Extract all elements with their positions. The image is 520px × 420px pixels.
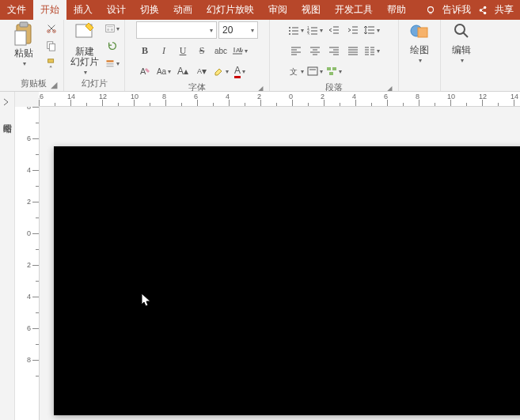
svg-point-22 bbox=[289, 27, 290, 28]
horizontal-ruler[interactable]: 1614121086420246810121416 bbox=[39, 92, 520, 107]
numbering-button[interactable]: 123▾ bbox=[306, 21, 324, 39]
chevron-down-icon: ▾ bbox=[419, 57, 422, 64]
svg-rect-19 bbox=[107, 66, 114, 67]
svg-point-24 bbox=[289, 33, 290, 35]
group-paragraph: ▾ 123▾ ▾ ▾ 文▾ ▾ ▾ 段落◢ bbox=[270, 20, 399, 91]
align-right-button[interactable] bbox=[325, 42, 343, 59]
drawing-button[interactable]: 绘图 ▾ bbox=[404, 21, 435, 64]
change-case-button[interactable]: Aa▾ bbox=[155, 62, 173, 80]
tab-design[interactable]: 设计 bbox=[100, 0, 133, 20]
drawing-label: 绘图 bbox=[410, 45, 429, 55]
share-icon[interactable] bbox=[477, 5, 488, 16]
dialog-launcher-icon[interactable]: ◢ bbox=[255, 84, 264, 92]
smartart-button[interactable]: ▾ bbox=[325, 62, 343, 80]
underline-button[interactable]: U bbox=[174, 42, 192, 59]
tab-transitions[interactable]: 切换 bbox=[133, 0, 166, 20]
chevron-down-icon: ▾ bbox=[23, 60, 26, 67]
tab-review[interactable]: 审阅 bbox=[261, 0, 294, 20]
layout-button[interactable]: ▾ bbox=[105, 21, 120, 36]
svg-rect-16 bbox=[111, 28, 113, 31]
ribbon: 粘贴 ▾ 剪贴板◢ 新建 幻灯片 ▾ ▾ ▾ 幻灯片 bbox=[0, 20, 520, 92]
shadow-button[interactable]: abc bbox=[212, 42, 230, 59]
svg-rect-34 bbox=[418, 28, 427, 37]
dialog-launcher-icon[interactable]: ◢ bbox=[384, 84, 393, 92]
svg-rect-6 bbox=[15, 31, 26, 45]
chevron-down-icon: ▾ bbox=[461, 57, 464, 64]
align-left-button[interactable] bbox=[287, 42, 305, 59]
svg-text:文: 文 bbox=[290, 67, 298, 76]
font-name-select[interactable]: ▾ bbox=[136, 21, 217, 39]
dialog-launcher-icon[interactable]: ◢ bbox=[49, 80, 59, 89]
slides-title: 幻灯片 bbox=[82, 78, 108, 89]
copy-button[interactable] bbox=[44, 39, 59, 53]
bold-button[interactable]: B bbox=[136, 42, 154, 59]
group-slides: 新建 幻灯片 ▾ ▾ ▾ 幻灯片 bbox=[64, 20, 125, 91]
svg-rect-29 bbox=[308, 67, 317, 75]
align-center-button[interactable] bbox=[306, 42, 324, 59]
editing-button[interactable]: 编辑 ▾ bbox=[446, 21, 477, 64]
new-slide-label: 新建 幻灯片 bbox=[70, 47, 99, 67]
font-color-button[interactable]: A▾ bbox=[231, 62, 249, 80]
columns-button[interactable]: ▾ bbox=[363, 42, 381, 59]
font-shrink-button[interactable]: A▾ bbox=[193, 62, 211, 80]
svg-point-23 bbox=[289, 30, 290, 32]
paragraph-title: 段落 bbox=[325, 81, 343, 92]
tell-me[interactable]: 告诉我 bbox=[442, 3, 471, 17]
clear-format-button[interactable]: A bbox=[136, 62, 154, 80]
svg-rect-18 bbox=[107, 63, 114, 65]
svg-rect-11 bbox=[48, 59, 54, 62]
chevron-down-icon: ▾ bbox=[84, 69, 87, 76]
align-text-button[interactable]: ▾ bbox=[306, 62, 324, 80]
line-spacing-button[interactable]: ▾ bbox=[363, 21, 381, 39]
svg-text:3: 3 bbox=[307, 32, 309, 35]
tab-home[interactable]: 开始 bbox=[33, 0, 66, 20]
editing-label: 编辑 bbox=[452, 45, 471, 55]
svg-rect-14 bbox=[107, 26, 113, 28]
svg-rect-30 bbox=[327, 67, 331, 70]
stage: 1614121086420246810121416 864202468 bbox=[15, 92, 520, 420]
text-direction-button[interactable]: 文▾ bbox=[287, 62, 305, 80]
tab-insert[interactable]: 插入 bbox=[66, 0, 100, 20]
group-clipboard: 粘贴 ▾ 剪贴板◢ bbox=[3, 20, 64, 91]
font-size-select[interactable]: 20▾ bbox=[218, 21, 258, 39]
expand-thumbnails-button[interactable] bbox=[3, 98, 11, 106]
cut-button[interactable] bbox=[44, 21, 59, 36]
lightbulb-icon[interactable] bbox=[425, 5, 436, 16]
tab-animations[interactable]: 动画 bbox=[166, 0, 199, 20]
italic-button[interactable]: I bbox=[155, 42, 173, 59]
svg-rect-10 bbox=[49, 44, 55, 51]
share-button[interactable]: 共享 bbox=[495, 3, 514, 17]
tab-slideshow[interactable]: 幻灯片放映 bbox=[199, 0, 261, 20]
bullets-button[interactable]: ▾ bbox=[287, 21, 305, 39]
tab-developer[interactable]: 开发工具 bbox=[328, 0, 380, 20]
tab-file[interactable]: 文件 bbox=[0, 0, 33, 20]
char-spacing-button[interactable]: AV▾ bbox=[231, 42, 249, 59]
justify-button[interactable] bbox=[344, 42, 362, 59]
group-font: ▾ 20▾ B I U S abc AV▾ A Aa▾ A▴ A▾ ▾ A▾ 字… bbox=[125, 20, 270, 91]
svg-point-0 bbox=[428, 6, 434, 12]
paste-button[interactable]: 粘贴 ▾ bbox=[8, 21, 40, 67]
slide[interactable] bbox=[54, 146, 520, 415]
reset-button[interactable] bbox=[105, 39, 120, 53]
section-button[interactable]: ▾ bbox=[105, 56, 120, 70]
new-slide-button[interactable]: 新建 幻灯片 ▾ bbox=[69, 21, 101, 76]
format-painter-button[interactable] bbox=[44, 56, 59, 70]
indent-dec-button[interactable] bbox=[325, 21, 343, 39]
highlight-button[interactable]: ▾ bbox=[212, 62, 230, 80]
group-editing: 编辑 ▾ bbox=[441, 20, 482, 91]
thumbnail-panel: 缩略图 bbox=[0, 92, 15, 420]
svg-rect-5 bbox=[20, 22, 28, 27]
svg-rect-31 bbox=[332, 67, 336, 70]
font-title: 字体 bbox=[188, 81, 206, 92]
indent-inc-button[interactable] bbox=[344, 21, 362, 39]
svg-text:A: A bbox=[140, 66, 146, 76]
clipboard-title: 剪贴板 bbox=[21, 78, 47, 89]
tab-view[interactable]: 视图 bbox=[294, 0, 328, 20]
tab-bar: 文件 开始 插入 设计 切换 动画 幻灯片放映 审阅 视图 开发工具 帮助 告诉… bbox=[0, 0, 520, 20]
vertical-ruler[interactable]: 864202468 bbox=[15, 107, 40, 420]
svg-text:AV: AV bbox=[236, 47, 243, 54]
slide-canvas[interactable] bbox=[40, 107, 520, 420]
font-grow-button[interactable]: A▴ bbox=[174, 62, 192, 80]
tab-help[interactable]: 帮助 bbox=[380, 0, 413, 20]
strike-button[interactable]: S bbox=[193, 42, 211, 59]
